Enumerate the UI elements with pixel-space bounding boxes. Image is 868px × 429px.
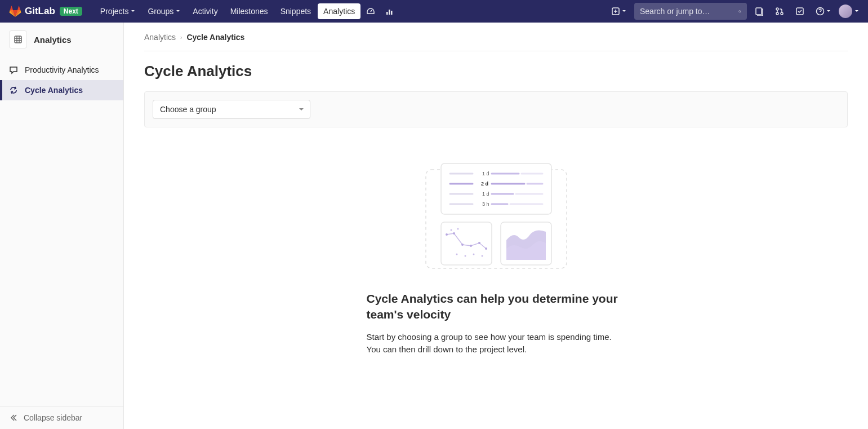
svg-rect-1 bbox=[389, 10, 390, 15]
svg-point-34 bbox=[470, 245, 472, 247]
search-box[interactable] bbox=[634, 3, 747, 20]
svg-point-42 bbox=[481, 255, 483, 257]
gitlab-logo[interactable]: GitLab Next bbox=[9, 5, 82, 17]
issues-link[interactable] bbox=[751, 5, 767, 18]
svg-point-41 bbox=[473, 254, 474, 255]
todo-icon bbox=[795, 7, 804, 16]
sidebar-nav: Productivity Analytics Cycle Analytics bbox=[0, 56, 123, 406]
svg-rect-2 bbox=[391, 11, 393, 15]
svg-rect-30 bbox=[441, 222, 492, 265]
svg-point-35 bbox=[478, 242, 480, 244]
svg-rect-0 bbox=[386, 12, 388, 15]
nav-projects-label: Projects bbox=[100, 7, 129, 16]
nav-analytics-label: Analytics bbox=[323, 7, 355, 16]
svg-point-7 bbox=[776, 12, 778, 15]
nav-groups[interactable]: Groups bbox=[142, 2, 186, 20]
svg-rect-5 bbox=[756, 8, 762, 15]
svg-text:1 d: 1 d bbox=[482, 191, 489, 197]
svg-point-33 bbox=[461, 244, 464, 246]
nav-analytics[interactable]: Analytics bbox=[318, 3, 360, 19]
sidebar-item-label: Cycle Analytics bbox=[25, 86, 83, 95]
group-dropdown-label: Choose a group bbox=[160, 105, 216, 114]
chevron-down-icon bbox=[176, 9, 180, 14]
sidebar-header[interactable]: Analytics bbox=[0, 23, 123, 56]
filter-bar: Choose a group bbox=[144, 91, 848, 127]
search-input[interactable] bbox=[640, 7, 738, 16]
tanuki-icon bbox=[9, 5, 21, 17]
empty-state-description: Start by choosing a group to see how you… bbox=[367, 331, 626, 356]
empty-state-illustration: 1 d 2 d 1 d bbox=[423, 161, 569, 274]
next-badge[interactable]: Next bbox=[60, 7, 82, 16]
sidebar-item-productivity[interactable]: Productivity Analytics bbox=[0, 60, 123, 80]
sidebar: Analytics Productivity Analytics Cycle A… bbox=[0, 23, 124, 429]
breadcrumb-root[interactable]: Analytics bbox=[144, 33, 176, 42]
collapse-icon bbox=[9, 413, 18, 422]
grid-icon bbox=[14, 35, 23, 44]
chevron-down-icon bbox=[299, 107, 304, 112]
nav-activity[interactable]: Activity bbox=[187, 2, 223, 20]
svg-point-31 bbox=[446, 233, 448, 236]
chevron-down-icon bbox=[826, 9, 831, 14]
help-menu[interactable] bbox=[812, 5, 834, 18]
dashboard-icon bbox=[366, 7, 375, 16]
svg-point-39 bbox=[456, 254, 457, 255]
chevron-down-icon bbox=[854, 9, 859, 14]
sidebar-item-cycle[interactable]: Cycle Analytics bbox=[0, 80, 123, 100]
breadcrumb-separator: › bbox=[180, 34, 182, 41]
svg-text:3 h: 3 h bbox=[482, 201, 489, 207]
merge-request-icon bbox=[775, 7, 784, 16]
svg-point-32 bbox=[453, 232, 455, 235]
brand-text: GitLab bbox=[25, 6, 55, 17]
issues-icon bbox=[755, 7, 764, 16]
search-icon bbox=[738, 7, 741, 16]
merge-requests-link[interactable] bbox=[772, 5, 787, 18]
svg-point-38 bbox=[457, 228, 459, 230]
collapse-sidebar[interactable]: Collapse sidebar bbox=[0, 406, 123, 429]
svg-text:1 d: 1 d bbox=[482, 171, 489, 176]
svg-point-36 bbox=[485, 247, 487, 250]
user-avatar bbox=[839, 5, 852, 18]
nav-projects[interactable]: Projects bbox=[95, 2, 141, 20]
cycle-icon bbox=[9, 86, 18, 95]
empty-state-title: Cycle Analytics can help you determine y… bbox=[367, 291, 626, 323]
nav-metrics-icon[interactable] bbox=[381, 3, 399, 19]
svg-point-40 bbox=[464, 255, 466, 257]
nav-snippets-label: Snippets bbox=[281, 7, 311, 16]
nav-links: Projects Groups Activity Milestones Snip… bbox=[95, 2, 399, 20]
top-navbar: GitLab Next Projects Groups Activity Mil… bbox=[0, 0, 868, 23]
svg-rect-13 bbox=[441, 163, 551, 214]
svg-point-37 bbox=[450, 229, 452, 231]
svg-point-6 bbox=[776, 8, 778, 10]
sidebar-item-label: Productivity Analytics bbox=[25, 65, 99, 74]
navbar-right bbox=[608, 3, 859, 20]
group-dropdown[interactable]: Choose a group bbox=[153, 100, 310, 119]
layout: Analytics Productivity Analytics Cycle A… bbox=[0, 23, 868, 429]
user-menu[interactable] bbox=[839, 5, 859, 18]
svg-rect-11 bbox=[15, 36, 21, 43]
comment-icon bbox=[9, 65, 18, 74]
todos-link[interactable] bbox=[792, 5, 808, 18]
main-content: Analytics › Cycle Analytics Cycle Analyt… bbox=[124, 23, 868, 429]
page-title: Cycle Analytics bbox=[144, 63, 848, 80]
nav-activity-label: Activity bbox=[193, 7, 217, 16]
svg-point-8 bbox=[781, 12, 783, 15]
nav-milestones-label: Milestones bbox=[230, 7, 268, 16]
new-menu[interactable] bbox=[608, 5, 630, 17]
chevron-down-icon bbox=[131, 9, 135, 14]
nav-operations-icon[interactable] bbox=[362, 3, 380, 19]
plus-icon bbox=[612, 7, 620, 15]
analytics-context-icon bbox=[9, 30, 27, 48]
question-icon bbox=[816, 7, 825, 16]
collapse-label: Collapse sidebar bbox=[24, 413, 82, 422]
breadcrumb: Analytics › Cycle Analytics bbox=[144, 33, 848, 51]
sidebar-title: Analytics bbox=[34, 35, 72, 45]
svg-point-4 bbox=[739, 10, 741, 12]
nav-groups-label: Groups bbox=[148, 7, 173, 16]
breadcrumb-current: Cycle Analytics bbox=[186, 33, 244, 42]
chart-icon bbox=[385, 7, 394, 16]
nav-snippets[interactable]: Snippets bbox=[275, 2, 317, 20]
empty-state: 1 d 2 d 1 d bbox=[367, 161, 626, 356]
navbar-left: GitLab Next Projects Groups Activity Mil… bbox=[9, 2, 399, 20]
chevron-down-icon bbox=[622, 9, 626, 14]
nav-milestones[interactable]: Milestones bbox=[225, 2, 274, 20]
